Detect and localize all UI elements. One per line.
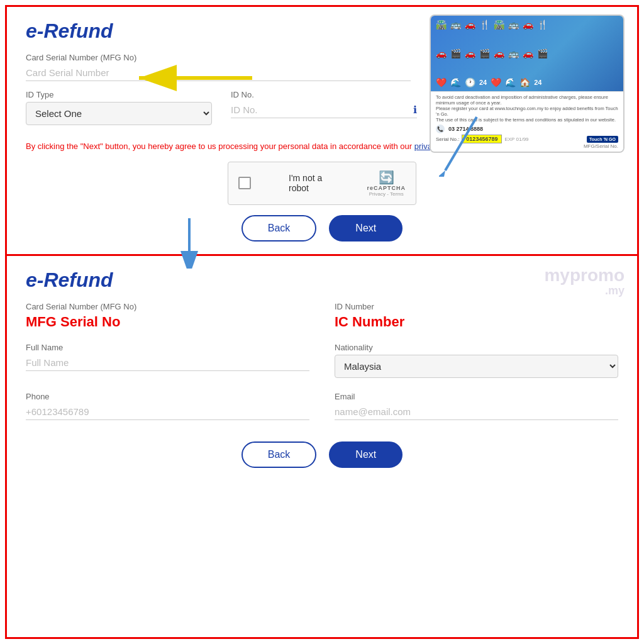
card-mfg-label: MFG/Serial No. [436, 143, 618, 149]
id-type-col: ID Type Select One NRIC Passport Police … [26, 90, 212, 134]
bottom-id-annotation: IC Number [335, 314, 618, 330]
id-no-label: ID No. [231, 90, 417, 99]
email-input[interactable] [335, 404, 618, 420]
card-icon-car: 🚗 [465, 19, 475, 30]
captcha-label: I'm not a robot [289, 173, 329, 193]
card-icon-car5: 🚗 [494, 48, 504, 58]
bottom-section: e-Refund mypromo .my Card Serial Number … [7, 256, 637, 638]
top-back-button[interactable]: Back [242, 215, 317, 242]
captcha-checkbox[interactable] [238, 177, 251, 189]
card-icon-24: 24 [479, 79, 487, 86]
card-phone-number: 03 2714 8888 [448, 126, 483, 132]
id-row: ID Type Select One NRIC Passport Police … [26, 90, 417, 134]
email-col: Email [335, 392, 618, 429]
phone-label: Phone [26, 392, 309, 401]
card-serial-field: Card Serial Number (MFG No) [26, 53, 411, 81]
bottom-id-col: ID Number IC Number [335, 302, 618, 338]
bottom-phone-email: Phone Email [26, 392, 618, 429]
card-icon-wave2: 🌊 [505, 77, 516, 87]
phone-input[interactable] [26, 404, 309, 420]
card-exp: EXP 01/99 [504, 136, 528, 142]
card-serial-label: Serial No.: [436, 136, 459, 142]
full-name-input[interactable] [26, 355, 309, 371]
bottom-next-button[interactable]: Next [329, 441, 402, 468]
card-icon-bus2: 🚌 [508, 19, 519, 30]
id-type-label: ID Type [26, 90, 212, 99]
captcha-container: I'm not a robot 🔄 reCAPTCHA Privacy - Te… [26, 162, 618, 205]
recaptcha-icon: 🔄 [379, 170, 394, 185]
card-icon-car3: 🚗 [436, 48, 447, 58]
bottom-title: e-Refund [26, 269, 618, 292]
bottom-back-button[interactable]: Back [242, 441, 317, 468]
card-icon-film2: 🎬 [479, 48, 490, 58]
card-icon-film: 🎬 [450, 48, 461, 58]
card-icon-film3: 🎬 [537, 48, 548, 58]
card-image: 🛣️ 🚌 🚗 🍴 🛣️ 🚌 🚗 🍴 🚗 🎬 🚗 🎬 🚗 🚌 [430, 14, 625, 153]
id-no-wrapper: ℹ [231, 102, 417, 118]
captcha-logo: 🔄 reCAPTCHA Privacy - Terms [367, 170, 406, 197]
card-icon-24b: 24 [534, 79, 541, 86]
card-small-text: To avoid card deactivation and impositio… [436, 94, 618, 123]
info-icon[interactable]: ℹ [413, 104, 417, 116]
bottom-serial-label: Card Serial Number (MFG No) [26, 302, 309, 311]
card-icon-fork: 🍴 [479, 19, 490, 30]
bottom-name-nationality: Full Name Nationality Malaysia Singapore… [26, 343, 618, 387]
card-icon-car2: 🚗 [523, 19, 533, 30]
top-button-row: Back Next [26, 215, 618, 242]
card-icon-house: 🏠 [519, 77, 530, 87]
bottom-fields-top: Card Serial Number (MFG No) MFG Serial N… [26, 302, 618, 338]
card-icon-bus3: 🚌 [508, 48, 519, 58]
bottom-serial-annotation: MFG Serial No [26, 314, 309, 330]
card-icon-fork2: 🍴 [537, 19, 548, 30]
nationality-label: Nationality [335, 343, 618, 352]
bottom-id-label: ID Number [335, 302, 618, 311]
phone-col: Phone [26, 392, 309, 429]
id-type-select[interactable]: Select One NRIC Passport Police IC Army … [26, 102, 212, 125]
card-icon-bus: 🚌 [450, 19, 461, 30]
card-icon-highway2: 🛣️ [494, 19, 504, 30]
id-no-col: ID No. ℹ [231, 90, 417, 134]
watermark-line1: mypromo [544, 266, 625, 286]
bottom-button-row: Back Next [26, 441, 618, 468]
top-next-button[interactable]: Next [329, 215, 402, 242]
nationality-col: Nationality Malaysia Singapore Others [335, 343, 618, 387]
email-label: Email [335, 392, 618, 401]
watermark: mypromo .my [544, 266, 625, 298]
card-icon-heart: ❤️ [436, 77, 447, 87]
watermark-line2: .my [544, 285, 625, 297]
card-icon-clock: 🕐 [465, 77, 475, 87]
bottom-serial-col: Card Serial Number (MFG No) MFG Serial N… [26, 302, 309, 338]
card-icon-highway: 🛣️ [436, 19, 447, 30]
card-icon-car6: 🚗 [523, 48, 533, 58]
card-icon-car4: 🚗 [465, 48, 475, 58]
recaptcha-text: reCAPTCHA [367, 185, 406, 191]
recaptcha-privacy: Privacy - Terms [369, 191, 404, 197]
card-phone-icon: 📞 [436, 125, 445, 133]
card-serial-label-top: Card Serial Number (MFG No) [26, 53, 411, 62]
nationality-select[interactable]: Malaysia Singapore Others [335, 355, 618, 378]
card-serial-value: 0123456789 [462, 135, 502, 143]
full-name-col: Full Name [26, 343, 309, 387]
full-name-label: Full Name [26, 343, 309, 352]
captcha-box[interactable]: I'm not a robot 🔄 reCAPTCHA Privacy - Te… [228, 162, 416, 205]
privacy-text-content: By clicking the "Next" button, you hereb… [26, 142, 412, 151]
card-icon-wave: 🌊 [450, 77, 461, 87]
card-serial-input[interactable] [26, 65, 411, 81]
id-no-input[interactable] [231, 102, 409, 118]
card-icon-heart2: ❤️ [491, 77, 501, 87]
tng-badge: Touch 'N GO [587, 136, 618, 143]
